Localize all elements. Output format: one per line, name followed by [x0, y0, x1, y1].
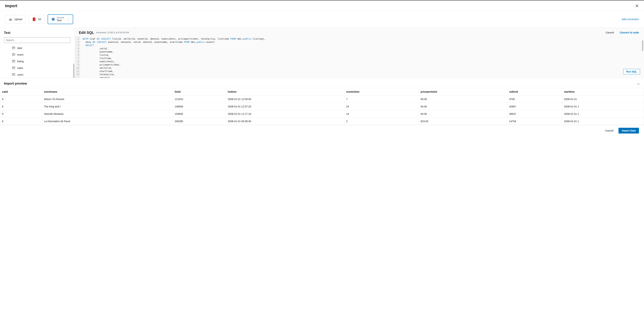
- table-item-label: sales: [17, 67, 23, 69]
- table-icon: [12, 66, 15, 70]
- table-cell: 146839: [173, 103, 226, 110]
- autosave-status: Autosaved 11/18/21 at 8:30:45 AM: [96, 31, 129, 34]
- svg-rect-3: [12, 53, 15, 56]
- s3-source-button[interactable]: S3: [29, 15, 44, 24]
- svg-rect-9: [12, 67, 15, 69]
- table-cell: 42967: [507, 103, 562, 110]
- table-cell: 9: [0, 95, 42, 103]
- table-cell: 121610: [173, 95, 226, 103]
- column-header: numtickets: [344, 88, 419, 95]
- modal-title: Import: [5, 4, 17, 8]
- table-cell: The King and I: [42, 103, 173, 110]
- table-cell: 2008-01-01 12:37:20: [226, 103, 344, 110]
- table-cell: 206280: [173, 117, 226, 125]
- table-cell: 2008-01-01 12:09:40: [226, 95, 344, 103]
- upload-source-button[interactable]: Upload: [5, 15, 26, 24]
- table-row: 9Return To Forever1216102008-01-01 12:09…: [0, 95, 644, 103]
- table-cell: 49537: [507, 110, 562, 117]
- column-header: listid: [173, 88, 226, 95]
- table-cell: 99.00: [419, 95, 507, 103]
- table-cell: 93.00: [419, 103, 507, 110]
- table-cell: 24: [344, 103, 419, 110]
- column-header: sellerid: [507, 88, 562, 95]
- search-input[interactable]: [4, 37, 70, 43]
- table-icon: [12, 46, 15, 50]
- table-item-label: date: [17, 47, 22, 50]
- table-icon: [12, 60, 15, 63]
- table-icon: [12, 73, 15, 76]
- table-cell: 7: [344, 95, 419, 103]
- preview-title: Import preview: [4, 82, 27, 85]
- redshift-icon: [51, 17, 55, 21]
- table-cell: 2008-01-01 1: [562, 103, 644, 110]
- svg-rect-0: [12, 47, 15, 49]
- preview-table: catideventnamelistidlisttimenumticketspr…: [0, 88, 644, 125]
- table-cell: 153835: [173, 110, 226, 117]
- close-icon[interactable]: ✕: [635, 4, 639, 8]
- s3-icon: [32, 17, 36, 21]
- table-list: date event listing sales users: [4, 45, 70, 78]
- table-row: 8La Damnation de Faust2062802008-01-01 0…: [0, 117, 644, 125]
- table-row: 6The King and I1468392008-01-01 12:37:20…: [0, 103, 644, 110]
- table-item-label: listing: [17, 60, 24, 63]
- table-item-users[interactable]: users: [4, 71, 70, 78]
- table-cell: 3709: [507, 95, 562, 103]
- redshift-type-label: Redshift: [57, 17, 64, 19]
- svg-rect-12: [12, 73, 15, 76]
- column-header: starttime: [562, 88, 644, 95]
- convert-to-node-button[interactable]: Convert to node: [620, 31, 639, 34]
- table-cell: 6: [0, 103, 42, 110]
- run-sql-button[interactable]: Run SQL: [623, 69, 640, 74]
- column-header: priceperticket: [419, 88, 507, 95]
- table-cell: 2008-01-01 1: [562, 117, 644, 125]
- table-item-label: event: [17, 53, 23, 56]
- table-cell: Hannah Montana: [42, 110, 173, 117]
- editor-title: Edit SQL: [79, 31, 94, 35]
- table-cell: La Damnation de Faust: [42, 117, 173, 125]
- table-item-sales[interactable]: sales: [4, 65, 70, 71]
- redshift-source-button[interactable]: Redshift Test ⋮: [48, 15, 73, 24]
- editor-cancel-button[interactable]: Cancel: [606, 31, 614, 34]
- upload-label: Upload: [14, 18, 22, 21]
- table-item-event[interactable]: event: [4, 52, 70, 58]
- table-item-date[interactable]: date: [4, 45, 70, 52]
- column-header: eventname: [42, 88, 173, 95]
- table-cell: 2008-01-01 1: [562, 110, 644, 117]
- footer-cancel-button[interactable]: Cancel: [605, 129, 614, 132]
- table-cell: 14754: [507, 117, 562, 125]
- table-cell: 8: [0, 117, 42, 125]
- table-cell: 14: [344, 110, 419, 117]
- cloud-upload-icon: [8, 17, 12, 21]
- table-cell: 2008-01-01 11:17:16: [226, 110, 344, 117]
- column-header: catid: [0, 88, 42, 95]
- connection-name-heading: Test: [4, 31, 70, 35]
- table-row: 9Hannah Montana1538352008-01-01 11:17:16…: [0, 110, 644, 117]
- table-cell: 2: [344, 117, 419, 125]
- table-cell: 2008-01-01 06:38:45: [226, 117, 344, 125]
- table-item-listing[interactable]: listing: [4, 58, 70, 65]
- column-header: listtime: [226, 88, 344, 95]
- svg-rect-6: [12, 60, 15, 62]
- editor-scrollbar[interactable]: [642, 40, 643, 51]
- collapse-icon[interactable]: ︽: [637, 82, 640, 85]
- table-cell: 823.00: [419, 117, 507, 125]
- more-icon[interactable]: ⋮: [67, 18, 70, 21]
- table-icon: [12, 53, 15, 57]
- table-header-row: catideventnamelistidlisttimenumticketspr…: [0, 88, 644, 95]
- sidebar-scrollbar[interactable]: [73, 64, 74, 78]
- table-cell: Return To Forever: [42, 95, 173, 103]
- code-gutter: 123456789101112: [75, 37, 80, 78]
- redshift-conn-name: Test: [57, 19, 64, 22]
- import-data-button[interactable]: Import Data: [618, 128, 639, 133]
- add-connection-link[interactable]: Add connection: [622, 18, 639, 21]
- table-item-label: users: [17, 73, 23, 76]
- sql-editor[interactable]: WITH Ccq7 AS (SELECT listid, sellerid, e…: [80, 37, 268, 78]
- table-cell: 9: [0, 110, 42, 117]
- s3-label: S3: [38, 18, 41, 21]
- table-cell: 63.00: [419, 110, 507, 117]
- table-cell: 2008-01-01: [562, 95, 644, 103]
